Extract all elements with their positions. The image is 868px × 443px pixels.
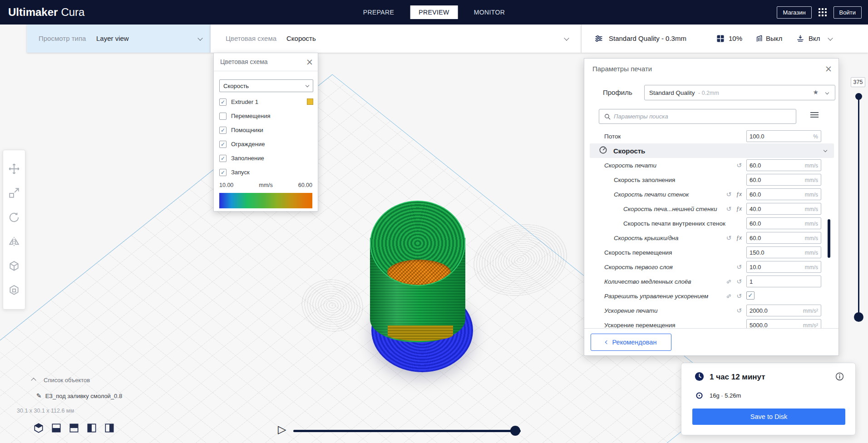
setting-row[interactable]: Разрешить управление ускорением↺✓	[584, 289, 839, 303]
setting-row[interactable]: Скорость печати↺60.0mm/s	[584, 158, 839, 172]
checkbox-checked-icon[interactable]: ✓	[219, 98, 227, 106]
reset-icon[interactable]: ↺	[736, 264, 742, 270]
layer-slider-top-handle[interactable]	[855, 93, 862, 100]
chevron-down-icon	[306, 84, 309, 87]
setting-row[interactable]: Ускорение перемещения5000.0mm/s²	[584, 318, 839, 328]
checkbox-checked-icon[interactable]: ✓	[219, 169, 227, 176]
scheme-item[interactable]: Перемещения	[214, 109, 319, 123]
setting-value-box[interactable]: 60.0mm/s	[746, 217, 821, 229]
color-scheme-dropdown[interactable]: Цветовая схема Скорость	[210, 25, 581, 53]
3d-view-icon[interactable]	[33, 422, 44, 434]
setting-value-box[interactable]: 60.0mm/s	[746, 174, 821, 186]
setting-value-box[interactable]: 40.0mm/s	[746, 203, 821, 215]
setting-value-box[interactable]: 1	[746, 276, 821, 287]
simulation-slider-track[interactable]	[293, 430, 521, 432]
top-view-icon[interactable]	[68, 422, 80, 434]
scheme-item[interactable]: ✓Extruder 1	[214, 95, 319, 109]
fx-icon[interactable]: ƒx	[736, 235, 742, 241]
fx-icon[interactable]: ƒx	[736, 206, 742, 212]
setting-row[interactable]: Скорость печа...нешней стенки↺ƒx40.0mm/s	[584, 202, 839, 216]
left-view-icon[interactable]	[86, 422, 98, 434]
setting-row[interactable]: Скорость крышки/дна↺ƒx60.0mm/s	[584, 231, 839, 245]
reset-icon[interactable]: ↺	[736, 293, 742, 299]
star-icon[interactable]: ★	[813, 89, 819, 96]
setting-row[interactable]: Количество медленных слоёв↺1	[584, 274, 839, 289]
link-icon[interactable]	[726, 279, 732, 285]
scheme-item[interactable]: ✓Запуск	[214, 165, 319, 179]
scale-tool-icon[interactable]	[8, 187, 20, 199]
reset-icon[interactable]: ↺	[736, 307, 742, 314]
checkbox-checked-icon[interactable]: ✓	[219, 155, 227, 162]
object-list-header[interactable]: Список объектов	[32, 377, 90, 384]
mirror-tool-icon[interactable]	[8, 236, 20, 248]
scheme-select[interactable]: Скорость	[219, 79, 313, 92]
profile-dropdown[interactable]: Standard Quality - 0.2mm ★	[644, 85, 835, 100]
save-to-disk-button[interactable]: Save to Disk	[692, 409, 845, 425]
marketplace-button[interactable]: Магазин	[777, 6, 811, 19]
setting-value-slot: 150.0mm/s	[746, 246, 821, 258]
settings-search[interactable]	[599, 109, 796, 124]
per-model-settings-tool-icon[interactable]	[8, 261, 20, 272]
object-list-item[interactable]: ✎ ЕЗ_под заливку смолой_0.8	[36, 392, 122, 399]
setting-row[interactable]: Скорость печати стенок↺ƒx60.0mm/s	[584, 187, 839, 202]
tab-monitor[interactable]: MONITOR	[465, 5, 514, 19]
setting-unit: mm/s²	[803, 308, 818, 314]
setting-value-box[interactable]: 2000.0mm/s²	[746, 305, 821, 316]
checkbox-checked-icon[interactable]: ✓	[219, 141, 227, 148]
setting-row[interactable]: Скорость заполнения60.0mm/s	[584, 172, 839, 187]
setting-value-box[interactable]: 5000.0mm/s²	[746, 319, 821, 328]
setting-row[interactable]: Скорость первого слоя↺10.0mm/s	[584, 260, 839, 274]
close-icon[interactable]: ×	[825, 64, 832, 74]
setting-row[interactable]: Поток100.0%	[584, 129, 839, 143]
scheme-item[interactable]: ✓Ограждение	[214, 137, 319, 151]
fx-icon[interactable]: ƒx	[736, 191, 742, 197]
setting-label: Разрешить управление ускорением	[584, 293, 708, 300]
settings-scrollbar[interactable]	[828, 219, 830, 258]
reset-icon[interactable]: ↺	[726, 235, 732, 241]
setting-row[interactable]: Ускорение печати↺2000.0mm/s²	[584, 303, 839, 318]
play-button[interactable]: ▷	[278, 423, 286, 436]
checkbox-icon[interactable]	[219, 113, 227, 120]
right-view-icon[interactable]	[104, 422, 115, 434]
setting-value-box[interactable]: 60.0mm/s	[746, 232, 821, 244]
info-icon[interactable]	[835, 372, 844, 381]
layer-slider-track[interactable]	[858, 96, 859, 317]
view-type-dropdown[interactable]: Просмотр типа Layer view	[27, 25, 210, 53]
reset-icon[interactable]: ↺	[736, 162, 742, 168]
reset-icon[interactable]: ↺	[726, 191, 732, 197]
apps-grid-icon[interactable]	[819, 8, 827, 16]
tab-preview[interactable]: PREVIEW	[410, 5, 458, 19]
layer-slider-bottom-handle[interactable]	[854, 312, 863, 322]
pencil-icon[interactable]: ✎	[36, 392, 42, 399]
reset-icon[interactable]: ↺	[736, 278, 742, 285]
setting-row[interactable]: Скорость перемещения150.0mm/s	[584, 245, 839, 260]
support-blocker-tool-icon[interactable]	[8, 285, 20, 296]
settings-panel-title: Параметры печати	[592, 65, 652, 73]
scheme-item[interactable]: ✓Заполнение	[214, 151, 319, 165]
setting-row[interactable]: Скорость печати внутренних стенок60.0mm/…	[584, 216, 839, 231]
setting-checkbox[interactable]: ✓	[746, 291, 755, 300]
simulation-slider-handle[interactable]	[510, 426, 520, 436]
setting-value-box[interactable]: 60.0mm/s	[746, 188, 821, 200]
setting-value-box[interactable]: 60.0mm/s	[746, 159, 821, 171]
setting-unit: mm/s	[805, 177, 818, 183]
setting-label: Скорость заполнения	[584, 177, 675, 183]
recommended-button[interactable]: Рекомендован	[591, 334, 671, 351]
link-icon[interactable]	[726, 293, 732, 299]
reset-icon[interactable]: ↺	[726, 206, 732, 212]
checkbox-checked-icon[interactable]: ✓	[219, 127, 227, 134]
print-setup-summary[interactable]: Standard Quality - 0.3mm 10% Выкл Вкл	[581, 25, 868, 53]
move-tool-icon[interactable]	[8, 163, 20, 175]
setting-value-box[interactable]: 150.0mm/s	[746, 246, 821, 258]
close-icon[interactable]: ×	[306, 57, 313, 67]
front-view-icon[interactable]	[50, 422, 62, 434]
setting-value-box[interactable]: 100.0%	[746, 130, 821, 142]
scheme-item[interactable]: ✓Помощники	[214, 123, 319, 137]
setting-value-box[interactable]: 10.0mm/s	[746, 261, 821, 273]
signin-button[interactable]: Войти	[833, 6, 862, 19]
rotate-tool-icon[interactable]	[8, 212, 20, 223]
settings-section-speed[interactable]: Скорость	[590, 143, 834, 158]
search-input[interactable]	[614, 110, 793, 123]
tab-prepare[interactable]: PREPARE	[355, 5, 403, 19]
settings-menu-icon[interactable]	[810, 112, 819, 118]
